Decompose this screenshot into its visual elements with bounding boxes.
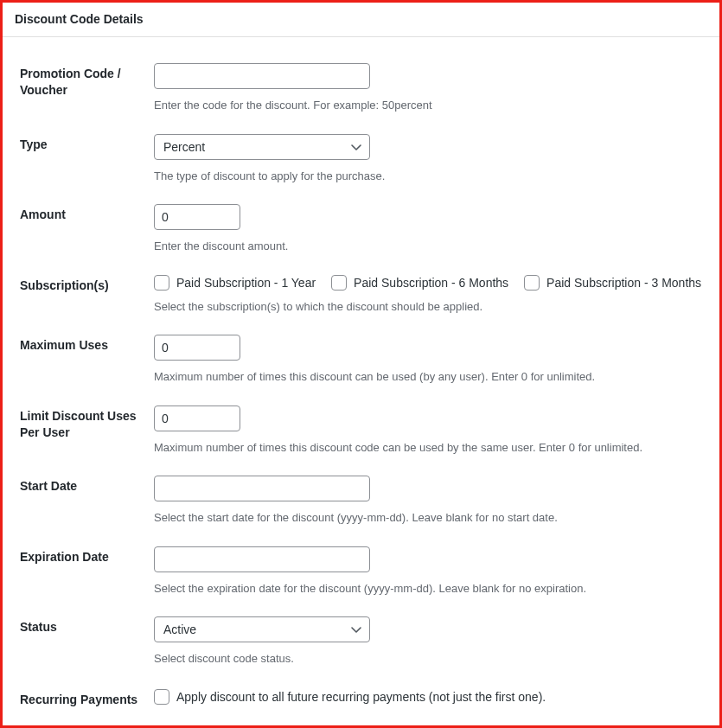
label-promo-code: Promotion Code / Voucher <box>20 63 154 99</box>
subscription-option-1year[interactable]: Paid Subscription - 1 Year <box>154 275 316 291</box>
label-start-date: Start Date <box>20 476 154 495</box>
form-area: Promotion Code / Voucher Enter the code … <box>3 37 719 728</box>
help-promo-code: Enter the code for the discount. For exa… <box>154 98 702 113</box>
field-status: Active Select discount code status. <box>154 616 702 667</box>
label-limit-per-user: Limit Discount Uses Per User <box>20 406 154 441</box>
help-amount: Enter the discount amount. <box>154 239 702 254</box>
subscriptions-options: Paid Subscription - 1 Year Paid Subscrip… <box>154 275 702 291</box>
row-recurring: Recurring Payments Apply discount to all… <box>20 670 702 712</box>
recurring-checkbox-label: Apply discount to all future recurring p… <box>176 690 546 704</box>
limit-per-user-input[interactable] <box>154 406 240 431</box>
label-status: Status <box>20 616 154 635</box>
row-expiration-date: Expiration Date Select the expiration da… <box>20 529 702 600</box>
label-max-uses: Maximum Uses <box>20 335 154 354</box>
row-subscriptions: Subscription(s) Paid Subscription - 1 Ye… <box>20 258 702 318</box>
recurring-option[interactable]: Apply discount to all future recurring p… <box>154 689 546 705</box>
label-recurring: Recurring Payments <box>20 689 154 708</box>
field-amount: Enter the discount amount. <box>154 204 702 254</box>
promo-code-input[interactable] <box>154 63 370 89</box>
subscription-label-1year: Paid Subscription - 1 Year <box>176 276 316 290</box>
help-limit-per-user: Maximum number of times this discount co… <box>154 440 702 456</box>
field-expiration-date: Select the expiration date for the disco… <box>154 546 702 597</box>
help-status: Select discount code status. <box>154 651 702 667</box>
subscription-option-3months[interactable]: Paid Subscription - 3 Months <box>524 275 701 291</box>
status-select[interactable]: Active <box>154 616 370 642</box>
recurring-checkbox[interactable] <box>154 689 169 705</box>
field-max-uses: Maximum number of times this discount ca… <box>154 335 702 385</box>
row-start-date: Start Date Select the start date for the… <box>20 458 702 529</box>
row-type: Type Percent The type of discount to app… <box>20 117 702 188</box>
subscription-checkbox-3months[interactable] <box>524 275 540 291</box>
amount-input[interactable] <box>154 204 240 230</box>
row-promo-code: Promotion Code / Voucher Enter the code … <box>20 46 702 117</box>
row-amount: Amount Enter the discount amount. <box>20 187 702 258</box>
row-new-users: New Users Only Apply discount only for n… <box>20 712 702 728</box>
subscription-checkbox-6months[interactable] <box>331 275 347 291</box>
panel-title: Discount Code Details <box>3 3 719 37</box>
type-select[interactable]: Percent <box>154 134 370 160</box>
status-select-wrap: Active <box>154 616 370 642</box>
subscription-label-6months: Paid Subscription - 6 Months <box>354 276 508 290</box>
label-expiration-date: Expiration Date <box>20 546 154 565</box>
subscription-label-3months: Paid Subscription - 3 Months <box>546 276 701 290</box>
subscription-option-6months[interactable]: Paid Subscription - 6 Months <box>331 275 508 291</box>
help-start-date: Select the start date for the discount (… <box>154 510 702 526</box>
expiration-date-input[interactable] <box>154 546 370 572</box>
row-limit-per-user: Limit Discount Uses Per User Maximum num… <box>20 388 702 459</box>
label-subscriptions: Subscription(s) <box>20 275 154 294</box>
discount-code-details-panel: Discount Code Details Promotion Code / V… <box>3 3 719 728</box>
field-limit-per-user: Maximum number of times this discount co… <box>154 406 702 456</box>
help-expiration-date: Select the expiration date for the disco… <box>154 581 702 597</box>
start-date-input[interactable] <box>154 476 370 501</box>
help-type: The type of discount to apply for the pu… <box>154 169 702 184</box>
help-max-uses: Maximum number of times this discount ca… <box>154 369 702 385</box>
field-recurring: Apply discount to all future recurring p… <box>154 689 702 707</box>
field-subscriptions: Paid Subscription - 1 Year Paid Subscrip… <box>154 275 702 315</box>
field-type: Percent The type of discount to apply fo… <box>154 134 702 184</box>
label-amount: Amount <box>20 204 154 223</box>
max-uses-input[interactable] <box>154 335 240 361</box>
row-max-uses: Maximum Uses Maximum number of times thi… <box>20 317 702 388</box>
type-select-wrap: Percent <box>154 134 370 160</box>
help-subscriptions: Select the subscription(s) to which the … <box>154 299 702 315</box>
row-status: Status Active Select discount code statu… <box>20 599 702 670</box>
label-type: Type <box>20 134 154 153</box>
field-start-date: Select the start date for the discount (… <box>154 476 702 526</box>
window-frame: Discount Code Details Promotion Code / V… <box>0 0 722 728</box>
field-promo-code: Enter the code for the discount. For exa… <box>154 63 702 113</box>
subscription-checkbox-1year[interactable] <box>154 275 169 291</box>
